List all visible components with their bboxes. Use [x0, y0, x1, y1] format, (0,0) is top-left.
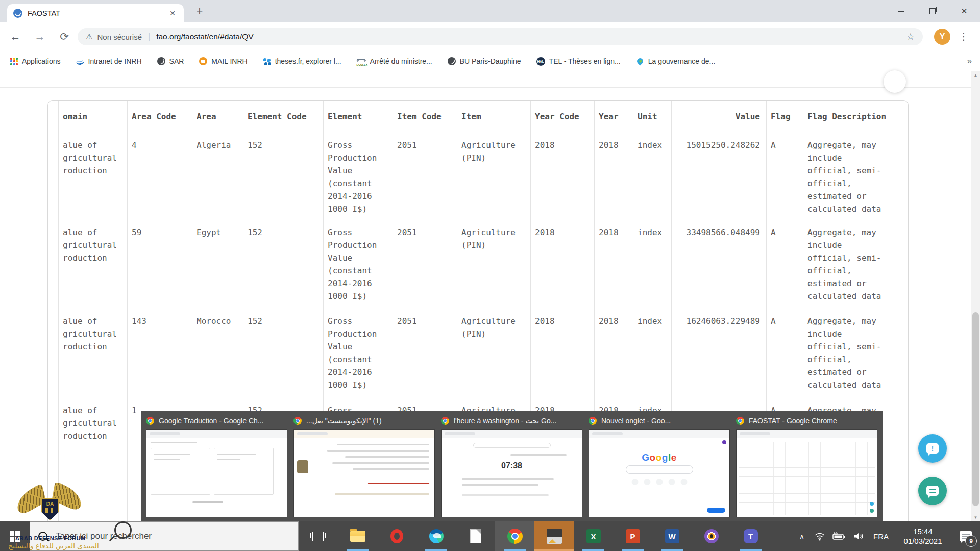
bookmark-arrete-ministre[interactable]: ECOLEX Arrêté du ministre...: [357, 57, 432, 65]
spacer-cell: [48, 309, 59, 398]
new-tab-button[interactable]: +: [192, 4, 207, 19]
page-scrollbar[interactable]: ▲ ▼: [971, 71, 980, 521]
bookmark-bu-paris-dauphine[interactable]: BU Paris-Dauphine: [448, 57, 521, 65]
profile-avatar[interactable]: Y: [934, 29, 950, 45]
spacer-cell: [48, 133, 59, 220]
task-view-button[interactable]: [304, 521, 332, 551]
preview-google-traduction[interactable]: Google Traduction - Google Ch...: [146, 415, 287, 517]
tray-clock[interactable]: 15:44 01/03/2021: [894, 521, 951, 551]
col-header-value[interactable]: Value: [672, 101, 767, 133]
preview-thumbnail[interactable]: [293, 429, 435, 517]
scroll-to-top-button[interactable]: [884, 70, 906, 93]
col-header-year-code[interactable]: Year Code: [531, 101, 595, 133]
preview-thumbnail[interactable]: Google: [589, 429, 730, 517]
preview-faostat[interactable]: FAOSTAT - Google Chrome: [736, 415, 877, 517]
address-bar[interactable]: ⚠ Non sécurisé | fao.org/faostat/en/#dat…: [78, 28, 923, 45]
cell-flag: A: [767, 133, 803, 220]
excel-icon: X: [586, 529, 601, 543]
mail-icon: [199, 57, 207, 65]
wifi-icon[interactable]: [811, 521, 829, 551]
taskbar-opera[interactable]: [377, 521, 416, 551]
col-header-item[interactable]: Item: [457, 101, 531, 133]
back-button[interactable]: ←: [7, 29, 23, 45]
preview-heure-washington[interactable]: l'heure à washington - بحث Go... 07:38: [441, 415, 582, 517]
tab-title: FAOSTAT: [28, 9, 167, 17]
bookmark-label: Arrêté du ministre...: [370, 57, 432, 65]
scrollbar-up-icon[interactable]: ▲: [971, 73, 980, 78]
feedback-chat-button[interactable]: !: [918, 434, 947, 463]
bookmark-label: La gouvernance de...: [648, 57, 716, 65]
col-header-area[interactable]: Area: [192, 101, 243, 133]
col-header-flag[interactable]: Flag: [767, 101, 803, 133]
preview-thumbnail[interactable]: [736, 429, 877, 517]
preview-thumbnail[interactable]: [146, 429, 287, 517]
bookmark-mail-inrh[interactable]: MAIL INRH: [199, 57, 247, 65]
cell-domain: alue of gricultural roduction: [59, 220, 128, 309]
col-header-element[interactable]: Element: [324, 101, 393, 133]
language-indicator[interactable]: FRA: [868, 521, 894, 551]
start-button[interactable]: [0, 521, 30, 551]
col-header-element-code[interactable]: Element Code: [243, 101, 324, 133]
taskbar-notepad[interactable]: [456, 521, 495, 551]
battery-icon[interactable]: [829, 521, 849, 551]
taskbar-file-explorer[interactable]: [338, 521, 377, 551]
cell-element: Gross Production Value (constant 2014-20…: [324, 220, 393, 309]
bookmark-la-gouvernance[interactable]: La gouvernance de...: [636, 57, 716, 65]
taskbar-search-input[interactable]: [55, 531, 261, 542]
chat-bubble-icon: [926, 486, 939, 496]
forward-button[interactable]: →: [32, 29, 48, 45]
col-header-unit[interactable]: Unit: [633, 101, 672, 133]
cell-area: Algeria: [192, 133, 243, 220]
bookmark-intranet-inrh[interactable]: Intranet de INRH: [76, 57, 142, 65]
url-text[interactable]: fao.org/faostat/en/#data/QV: [156, 32, 253, 41]
taskbar-photo-viewer[interactable]: [534, 521, 574, 551]
col-header-flag-description[interactable]: Flag Description: [803, 101, 908, 133]
taskbar-avira[interactable]: [692, 521, 731, 551]
scrollbar-down-icon[interactable]: ▼: [971, 515, 980, 520]
browser-tab-faostat[interactable]: FAOSTAT ✕: [7, 4, 184, 22]
bookmark-sar[interactable]: SAR: [157, 57, 184, 65]
close-window-button[interactable]: ✕: [948, 0, 980, 22]
live-chat-button[interactable]: [918, 477, 947, 505]
task-view-icon: [312, 532, 324, 541]
taskbar-powerpoint[interactable]: P: [613, 521, 652, 551]
preview-nouvel-onglet[interactable]: Nouvel onglet - Goo... Google: [589, 415, 730, 517]
bookmarks-overflow-icon[interactable]: »: [967, 56, 972, 66]
cell-domain: alue of gricultural roduction: [59, 133, 128, 220]
col-header-item-code[interactable]: Item Code: [393, 101, 457, 133]
bookmark-star-icon[interactable]: ☆: [906, 31, 915, 42]
taskbar-teams[interactable]: T: [731, 521, 770, 551]
separator: |: [148, 32, 150, 41]
taskbar-edge[interactable]: [416, 521, 456, 551]
taskbar-word[interactable]: W: [652, 521, 692, 551]
cell-area-code: 59: [128, 220, 192, 309]
taskbar-search-box[interactable]: [30, 521, 299, 551]
tab-close-icon[interactable]: ✕: [167, 9, 178, 17]
cell-item: Agriculture (PIN): [457, 220, 531, 309]
minimize-button[interactable]: [885, 0, 917, 22]
notification-badge: 9: [965, 535, 977, 547]
tray-chevron-icon[interactable]: ∧: [793, 521, 811, 551]
paw-cluster-icon: [263, 57, 271, 65]
chrome-menu-icon[interactable]: ⋮: [958, 29, 970, 45]
col-header-domain[interactable]: omain: [59, 101, 128, 133]
bookmark-tel-theses[interactable]: HAL TEL - Thèses en lign...: [536, 57, 621, 66]
spacer-cell: [48, 220, 59, 309]
notification-center-button[interactable]: 9: [951, 521, 980, 551]
restore-button[interactable]: [917, 0, 948, 22]
bookmark-theses-fr[interactable]: theses.fr, explorer l...: [263, 57, 341, 65]
speaker-icon[interactable]: [849, 521, 868, 551]
taskbar-excel[interactable]: X: [574, 521, 613, 551]
refresh-button[interactable]: ⟳: [56, 29, 72, 45]
mini-clock-text: 07:38: [442, 461, 582, 470]
col-header-area-code[interactable]: Area Code: [128, 101, 192, 133]
mini-shortcuts: [631, 479, 687, 485]
preview-economist-arabic[interactable]: (1) "الإيكونوميست" تعل...: [293, 415, 435, 517]
taskbar-chrome[interactable]: [495, 521, 534, 551]
preview-thumbnail[interactable]: 07:38: [441, 429, 582, 517]
system-tray: ∧ FRA 15:44 01/03/2021 9: [793, 521, 980, 551]
not-secure-warning-icon[interactable]: ⚠: [86, 32, 92, 41]
bookmark-applications[interactable]: Applications: [10, 57, 61, 65]
col-header-year[interactable]: Year: [595, 101, 633, 133]
scrollbar-thumb[interactable]: [972, 312, 979, 506]
